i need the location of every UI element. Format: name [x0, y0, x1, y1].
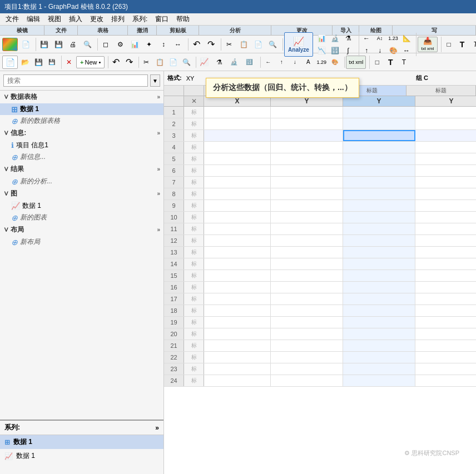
cell-y3[interactable]	[415, 375, 476, 386]
cut-btn[interactable]: ✂	[222, 38, 236, 51]
cell-x[interactable]	[204, 200, 271, 211]
cell-y2[interactable]	[343, 293, 415, 305]
sidebar-section-info[interactable]: ∨ 信息: »	[0, 127, 163, 139]
sidebar-item-graph1[interactable]: 📈 数据 1	[0, 200, 163, 212]
table-star-btn[interactable]: ✦	[142, 38, 156, 51]
prism-logo-btn[interactable]	[2, 38, 18, 51]
update-num-btn[interactable]: 1.23	[387, 33, 399, 44]
find-btn[interactable]: 🔍	[81, 38, 94, 51]
sidebar-section-graph[interactable]: ∨ 图 »	[0, 187, 163, 200]
cell-y2[interactable]	[343, 375, 415, 386]
menu-change[interactable]: 更改	[87, 13, 107, 25]
cell-y2[interactable]	[343, 107, 415, 118]
analyze2-d-btn[interactable]: 🔢	[242, 57, 256, 68]
cell-x[interactable]	[204, 282, 271, 293]
cell-y3[interactable]	[415, 328, 476, 340]
menu-window[interactable]: 窗口	[152, 13, 172, 25]
cell-y1[interactable]	[271, 142, 343, 153]
cell-y2[interactable]	[343, 153, 415, 164]
cell-y3[interactable]	[415, 305, 476, 316]
cut2-icon[interactable]: ✂	[140, 57, 152, 68]
import-xml-btn[interactable]: 📥 txt xml	[418, 37, 438, 52]
test-btn[interactable]: ⚗	[342, 33, 354, 44]
update2-5[interactable]: 1.29	[315, 57, 328, 68]
cell-y1[interactable]	[271, 107, 343, 118]
update2-6[interactable]: 🎨	[329, 57, 341, 68]
cell-y3[interactable]	[415, 188, 476, 199]
table-chart-btn[interactable]: 📊	[128, 38, 141, 51]
cell-x[interactable]	[204, 107, 271, 118]
cell-y2[interactable]	[343, 328, 415, 340]
cell-y3[interactable]	[415, 107, 476, 118]
search-dropdown[interactable]: ▼	[150, 74, 160, 87]
cell-x[interactable]	[204, 305, 271, 316]
cell-y2[interactable]	[343, 305, 415, 316]
update-left-btn[interactable]: ←	[360, 33, 373, 44]
cell-x[interactable]	[204, 258, 271, 270]
sidebar-section-data-tables[interactable]: ∨ 数据表格 »	[0, 91, 163, 103]
cell-y2[interactable]	[343, 258, 415, 270]
cell-y2[interactable]	[343, 188, 415, 199]
cell-x[interactable]	[204, 340, 271, 351]
cell-y2[interactable]	[343, 200, 415, 211]
cell-y1[interactable]	[271, 235, 343, 246]
cell-y3[interactable]	[415, 282, 476, 293]
cell-y2[interactable]	[343, 212, 415, 223]
cell-y3[interactable]	[415, 352, 476, 363]
cell-y1[interactable]	[271, 317, 343, 328]
cell-y1[interactable]	[271, 130, 343, 141]
cell-y1[interactable]	[271, 188, 343, 199]
new-button[interactable]: + New •	[76, 56, 105, 68]
cell-y2[interactable]	[343, 235, 415, 246]
cell-y2[interactable]	[343, 223, 415, 234]
cell-y2[interactable]	[343, 282, 415, 293]
search-input[interactable]	[3, 74, 148, 87]
cell-x[interactable]	[204, 247, 271, 258]
stats-btn[interactable]: 📊	[315, 33, 328, 44]
draw2-rect[interactable]: □	[371, 57, 383, 68]
paste2-icon[interactable]: 📄	[167, 57, 179, 68]
cell-y3[interactable]	[415, 293, 476, 305]
cell-y3[interactable]	[415, 258, 476, 270]
menu-help[interactable]: 帮助	[173, 13, 193, 25]
cell-x[interactable]	[204, 317, 271, 328]
save3-icon[interactable]: 💾	[46, 56, 58, 69]
cell-x[interactable]	[204, 188, 271, 199]
cell-y2[interactable]	[343, 118, 415, 129]
menu-series[interactable]: 系列:	[129, 13, 151, 25]
series-item-table1[interactable]: ⊞ 数据 1	[0, 435, 163, 449]
cell-x[interactable]	[204, 235, 271, 246]
cell-y3[interactable]	[415, 235, 476, 246]
sig-btn[interactable]: ∫	[342, 45, 354, 56]
analyze2-c-btn[interactable]: 🔬	[227, 57, 241, 68]
update2-4[interactable]: A	[302, 57, 314, 68]
sidebar-item-new-layout[interactable]: ⊕ 新布局	[0, 236, 163, 248]
cell-y3[interactable]	[415, 363, 476, 375]
cell-y2[interactable]	[343, 142, 415, 153]
update-color-btn[interactable]: 🎨	[387, 45, 399, 56]
draw-text-btn[interactable]: T	[456, 39, 468, 50]
cell-x[interactable]	[204, 270, 271, 281]
cell-x[interactable]	[204, 328, 271, 340]
cell-y1[interactable]	[271, 328, 343, 340]
search-btn[interactable]: 🔍	[266, 38, 279, 51]
cell-y3[interactable]	[415, 223, 476, 234]
analyze2-a-btn[interactable]: 📈	[197, 57, 211, 68]
save2-icon[interactable]: 💾	[32, 56, 44, 69]
save-as-btn[interactable]: 💾	[52, 38, 65, 51]
cell-y1[interactable]	[271, 293, 343, 305]
cell-x[interactable]	[204, 153, 271, 164]
table-sort-row-btn[interactable]: ↕	[157, 38, 170, 51]
save-btn[interactable]: 💾	[37, 38, 51, 51]
copy2-icon[interactable]: 📋	[153, 57, 166, 68]
col-header-y3[interactable]: Y	[415, 96, 476, 106]
analyze2-b-btn[interactable]: ⚗	[212, 57, 226, 68]
search2-icon[interactable]: 🔍	[180, 57, 192, 68]
update-up-btn[interactable]: ↑	[360, 45, 373, 56]
cell-x[interactable]	[204, 212, 271, 223]
sidebar-item-new-info[interactable]: ⊕ 新信息...	[0, 151, 163, 163]
sidebar-item-new-table[interactable]: ⊕ 新的数据表格	[0, 115, 163, 127]
cell-y3[interactable]	[415, 247, 476, 258]
cell-y3[interactable]	[415, 317, 476, 328]
cell-y1[interactable]	[271, 212, 343, 223]
